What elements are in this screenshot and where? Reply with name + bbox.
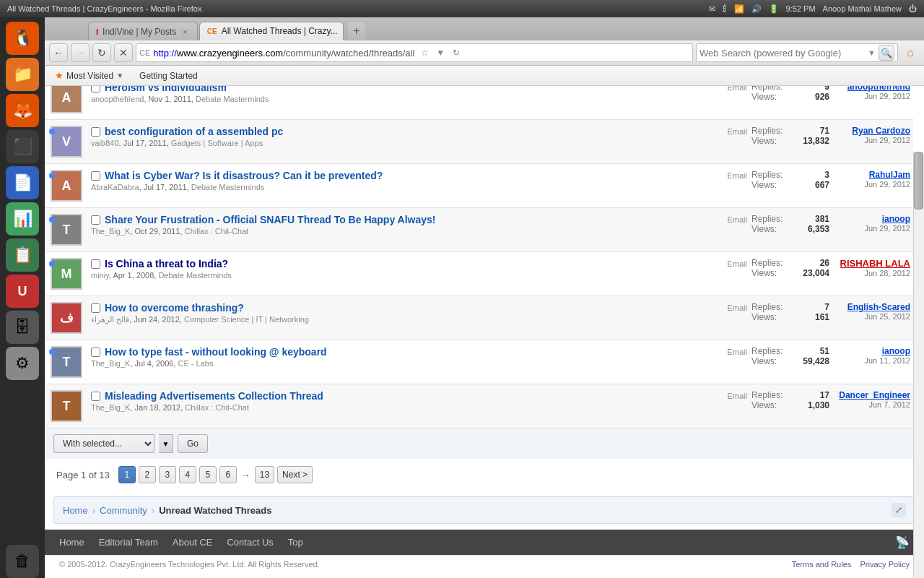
tab-close-indivine[interactable]: ×: [180, 27, 189, 37]
email-link[interactable]: Email: [727, 348, 747, 356]
breadcrumb-expand-button[interactable]: ⤢: [892, 503, 906, 517]
go-button[interactable]: Go: [178, 434, 208, 453]
page-btn-2[interactable]: 2: [139, 466, 156, 483]
sidebar-icon-unity[interactable]: U: [6, 275, 39, 308]
last-poster-link[interactable]: ianoop: [882, 214, 910, 224]
stop-button[interactable]: ✕: [114, 43, 133, 62]
thread-author-link[interactable]: The_Big_K: [91, 403, 130, 412]
thread-author-link[interactable]: miniy: [91, 271, 109, 280]
with-selected-arrow[interactable]: ▼: [159, 434, 173, 453]
refresh-icon[interactable]: ↻: [449, 46, 463, 60]
email-link[interactable]: Email: [727, 392, 747, 400]
email-link[interactable]: Email: [727, 215, 747, 224]
last-poster-link[interactable]: Ryan Cardozo: [852, 126, 910, 136]
last-poster-link[interactable]: RISHABH LALA: [840, 258, 911, 269]
sidebar-icon-docs[interactable]: 📄: [6, 166, 39, 199]
thread-title-link[interactable]: How to overcome thrashing?: [105, 302, 244, 314]
page-btn-6[interactable]: 6: [219, 466, 237, 483]
thread-author-link[interactable]: The_Big_K: [91, 227, 130, 236]
sidebar-icon-apps[interactable]: ⬛: [6, 130, 39, 163]
footer-link-home[interactable]: Home: [59, 537, 84, 548]
breadcrumb-community[interactable]: Community: [100, 505, 147, 516]
search-button[interactable]: 🔍: [879, 45, 894, 61]
thread-checkbox[interactable]: [91, 127, 100, 137]
page-btn-3[interactable]: 3: [159, 466, 176, 483]
thread-author-link[interactable]: anoopthefriend: [91, 95, 144, 103]
email-cell[interactable]: Email: [711, 120, 747, 164]
rss-icon[interactable]: 📡: [895, 535, 910, 549]
thread-checkbox[interactable]: [91, 392, 100, 401]
url-dropdown-icon[interactable]: ▼: [433, 46, 448, 60]
email-cell[interactable]: Email: [711, 340, 747, 384]
sidebar-icon-settings[interactable]: ⚙: [6, 347, 39, 380]
tab-watched[interactable]: CE All Watched Threads | Crazy... ×: [199, 22, 344, 40]
bookmark-star-icon[interactable]: ☆: [417, 46, 432, 60]
sidebar-icon-presentation[interactable]: 📋: [6, 238, 39, 272]
thread-author-link[interactable]: vaib840: [91, 139, 119, 147]
email-cell[interactable]: Email: [711, 252, 747, 296]
privacy-link[interactable]: Privacy Policy: [860, 560, 910, 569]
bookmark-getting-started[interactable]: Getting Started: [134, 69, 204, 82]
next-page-button[interactable]: Next >: [277, 466, 313, 483]
sidebar-icon-firefox[interactable]: 🦊: [6, 94, 39, 127]
email-link[interactable]: Email: [727, 127, 747, 136]
email-cell[interactable]: Email: [711, 384, 747, 428]
thread-title-link[interactable]: What is Cyber War? Is it disastrous? Can…: [105, 170, 383, 181]
footer-link-editorial[interactable]: Editorial Team: [99, 537, 158, 548]
search-dropdown-icon[interactable]: ▼: [868, 48, 876, 57]
footer-link-about[interactable]: About CE: [173, 537, 213, 548]
email-cell[interactable]: Email: [711, 296, 747, 340]
last-poster-link[interactable]: Dancer_Engineer: [839, 390, 910, 400]
sidebar-icon-trash[interactable]: 🗑: [6, 545, 39, 578]
thread-author-link[interactable]: The_Big_K: [91, 359, 130, 368]
page-btn-1[interactable]: 1: [118, 466, 136, 483]
bookmark-most-visited[interactable]: ★ Most Visited ▼: [49, 69, 129, 82]
reload-button[interactable]: ↻: [92, 43, 111, 62]
email-link[interactable]: Email: [727, 259, 747, 268]
home-button[interactable]: ⌂: [901, 43, 920, 62]
scrollbar-track[interactable]: [913, 152, 924, 578]
page-btn-5[interactable]: 5: [199, 466, 217, 483]
with-selected-dropdown[interactable]: With selected...: [53, 434, 154, 453]
search-input[interactable]: [699, 48, 865, 59]
avatar-cell: M: [45, 252, 88, 296]
breadcrumb-home[interactable]: Home: [63, 505, 88, 516]
tab-close-watched[interactable]: ×: [342, 26, 344, 36]
footer-link-contact[interactable]: Contact Us: [227, 537, 273, 548]
sidebar-icon-files[interactable]: 📁: [6, 58, 39, 91]
forward-button[interactable]: →: [71, 43, 90, 62]
page-btn-13[interactable]: 13: [255, 466, 274, 483]
thread-title-link[interactable]: Misleading Advertisements Collection Thr…: [105, 390, 323, 402]
page-btn-4[interactable]: 4: [179, 466, 196, 483]
thread-title-link[interactable]: Is China a threat to India?: [105, 258, 228, 269]
thread-checkbox[interactable]: [91, 303, 100, 313]
sidebar-icon-spreadsheet[interactable]: 📊: [6, 202, 39, 236]
terms-link[interactable]: Terms and Rules: [792, 560, 852, 569]
tab-indivine[interactable]: I IndiVine | My Posts ×: [88, 22, 198, 40]
email-cell[interactable]: Email: [711, 208, 747, 252]
email-link[interactable]: Email: [727, 303, 747, 312]
thread-title-link[interactable]: How to type fast - without looking @ key…: [105, 346, 327, 358]
search-bar[interactable]: ▼ 🔍: [696, 43, 898, 62]
footer-link-top[interactable]: Top: [288, 537, 303, 548]
new-tab-button[interactable]: +: [348, 22, 365, 40]
last-poster-link[interactable]: RahulJam: [869, 170, 910, 180]
last-poster-link[interactable]: ianoop: [882, 346, 910, 356]
sidebar-icon-ubuntu[interactable]: 🐧: [6, 22, 39, 55]
last-poster-link[interactable]: English-Scared: [847, 302, 910, 312]
thread-title-link[interactable]: Share Your Frustration - Official SNAFU …: [105, 214, 435, 225]
avatar: A: [51, 170, 82, 202]
thread-title-link[interactable]: best configuration of a assembled pc: [105, 126, 283, 137]
scrollbar-thumb[interactable]: [914, 152, 923, 210]
email-cell[interactable]: Email: [711, 164, 747, 208]
thread-author-link[interactable]: فالح الزهراء: [91, 315, 129, 324]
thread-checkbox[interactable]: [91, 259, 100, 269]
thread-checkbox[interactable]: [91, 171, 100, 181]
back-button[interactable]: ←: [49, 43, 68, 62]
thread-checkbox[interactable]: [91, 348, 100, 357]
thread-author-link[interactable]: AbraKaDabra: [91, 183, 139, 191]
url-bar[interactable]: CE http://www.crazyengineers.com/communi…: [136, 43, 693, 62]
thread-checkbox[interactable]: [91, 215, 100, 225]
email-link[interactable]: Email: [727, 171, 747, 180]
sidebar-icon-cabinet[interactable]: 🗄: [6, 311, 39, 344]
